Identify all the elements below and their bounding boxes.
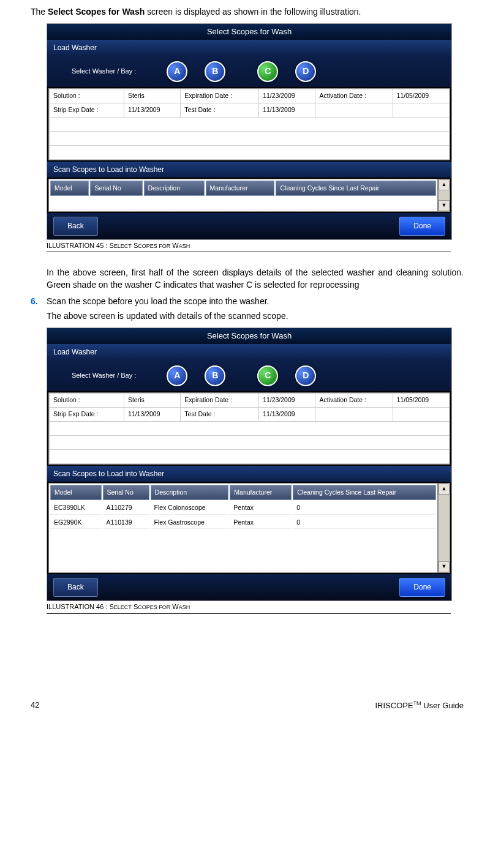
test-label: Test Date :: [181, 103, 259, 117]
col-manufacturer: Manufacturer: [206, 181, 275, 196]
scroll-down-icon[interactable]: ▼: [439, 561, 450, 572]
cell-serial: A110139: [103, 516, 149, 529]
solution-label: Solution :: [50, 89, 124, 103]
bay-a-button[interactable]: A: [167, 61, 187, 82]
scopes-table: Model Serial No Description Manufacturer…: [48, 483, 438, 573]
table-row[interactable]: EC3890LK A110279 Flex Colonoscope Pentax…: [50, 501, 436, 515]
col-cycles: Cleaning Cycles Since Last Repair: [293, 485, 436, 500]
blank-row: [50, 435, 450, 449]
strip-value: 11/13/2009: [124, 407, 180, 421]
strip-label: Strip Exp Date :: [50, 103, 124, 117]
table-row[interactable]: EG2990K A110139 Flex Gastroscope Pentax …: [50, 516, 436, 529]
done-button[interactable]: Done: [399, 578, 445, 597]
solution-value: Steris: [124, 89, 180, 103]
scrollbar[interactable]: ▲ ▼: [438, 179, 450, 212]
blank-row: [50, 421, 450, 435]
scroll-down-icon[interactable]: ▼: [439, 200, 450, 211]
bay-c-button[interactable]: C: [257, 61, 278, 82]
intro-text: The Select Scopes for Wash screen is dis…: [31, 6, 464, 18]
select-bay-label: Select Washer / Bay :: [72, 67, 136, 76]
window-title: Select Scopes for Wash: [47, 328, 451, 344]
bay-selector-row: Select Washer / Bay : A B C D: [47, 56, 451, 87]
bay-b-button[interactable]: B: [205, 365, 225, 386]
bay-d-button[interactable]: D: [295, 365, 316, 386]
scroll-up-icon[interactable]: ▲: [439, 484, 450, 495]
empty-grid: [50, 197, 436, 210]
test-label: Test Date :: [181, 407, 259, 421]
intro-pre: The: [31, 7, 48, 17]
back-button[interactable]: Back: [53, 217, 98, 236]
bay-selector-row: Select Washer / Bay : A B C D: [47, 361, 451, 391]
strip-label: Strip Exp Date :: [50, 407, 124, 421]
button-row: Back Done: [47, 213, 451, 239]
guide-suffix: User Guide: [421, 701, 464, 710]
col-manufacturer: Manufacturer: [230, 485, 292, 500]
step-text-a: Scan the scope before you load the scope…: [47, 296, 464, 308]
back-button[interactable]: Back: [53, 578, 98, 597]
expiration-value: 11/23/2009: [259, 393, 315, 407]
expiration-label: Expiration Date :: [181, 393, 259, 407]
blank-row: [50, 131, 450, 145]
activation-label: Activation Date :: [315, 393, 393, 407]
blank-row: [50, 449, 450, 463]
bay-c-button[interactable]: C: [257, 365, 278, 386]
test-value: 11/13/2009: [259, 407, 315, 421]
page-footer: 42 IRISCOPETM User Guide: [31, 700, 464, 712]
blank-row: [50, 117, 450, 131]
bay-d-button[interactable]: D: [295, 61, 316, 82]
cell-cycles: 0: [293, 501, 436, 515]
step-text-b: The above screen is updated with details…: [47, 310, 464, 323]
washer-info-table: Solution : Steris Expiration Date : 11/2…: [48, 392, 450, 465]
test-value: 11/13/2009: [259, 103, 315, 117]
scopes-table: Model Serial No Description Manufacturer…: [48, 179, 438, 212]
button-row: Back Done: [47, 574, 451, 600]
col-description: Description: [151, 485, 229, 500]
cell-serial: A110279: [103, 501, 149, 515]
guide-title: IRISCOPETM User Guide: [375, 700, 464, 712]
scrollbar[interactable]: ▲ ▼: [438, 483, 450, 573]
bay-a-button[interactable]: A: [167, 365, 187, 386]
window-title: Select Scopes for Wash: [47, 24, 451, 40]
scroll-up-icon[interactable]: ▲: [439, 179, 450, 190]
page-number: 42: [31, 700, 39, 712]
expiration-label: Expiration Date :: [181, 89, 259, 103]
activation-value: 11/05/2009: [393, 393, 449, 407]
cell-manufacturer: Pentax: [230, 501, 292, 515]
col-cycles: Cleaning Cycles Since Last Repair: [276, 181, 436, 196]
cell-description: Flex Gastroscope: [151, 516, 229, 529]
cell-manufacturer: Pentax: [230, 516, 292, 529]
bay-b-button[interactable]: B: [205, 61, 225, 82]
col-serial: Serial No: [103, 485, 149, 500]
blank-cell: [393, 103, 449, 117]
activation-label: Activation Date :: [315, 89, 393, 103]
expiration-value: 11/23/2009: [259, 89, 315, 103]
washer-info-table: Solution : Steris Expiration Date : 11/2…: [48, 88, 450, 160]
col-model: Model: [50, 181, 89, 196]
screenshot-45: Select Scopes for Wash Load Washer Selec…: [47, 23, 452, 240]
caption-45: ILLUSTRATION 45 : SELECT SCOPES FOR WASH: [47, 241, 451, 252]
blank-row: [50, 145, 450, 159]
mid-text: In the above screen, first half of the s…: [47, 267, 464, 291]
solution-value: Steris: [124, 393, 180, 407]
done-button[interactable]: Done: [399, 217, 445, 236]
cell-model: EC3890LK: [50, 501, 102, 515]
screenshot-46: Select Scopes for Wash Load Washer Selec…: [47, 327, 452, 602]
blank-cell: [315, 407, 393, 421]
scan-scopes-header: Scan Scopes to Load into Washer: [47, 162, 451, 178]
intro-bold: Select Scopes for Wash: [48, 7, 145, 17]
scan-scopes-header: Scan Scopes to Load into Washer: [47, 466, 451, 482]
activation-value: 11/05/2009: [393, 89, 449, 103]
col-description: Description: [144, 181, 205, 196]
product-name: IRISCOPE: [375, 701, 413, 710]
load-washer-header: Load Washer: [47, 40, 451, 56]
empty-space: [50, 530, 436, 571]
cell-cycles: 0: [293, 516, 436, 529]
blank-cell: [315, 103, 393, 117]
load-washer-header: Load Washer: [47, 344, 451, 361]
step-number: 6.: [31, 296, 47, 308]
trademark: TM: [413, 700, 421, 706]
strip-value: 11/13/2009: [124, 103, 180, 117]
col-serial: Serial No: [90, 181, 142, 196]
caption-46: ILLUSTRATION 46 : SELECT SCOPES FOR WASH: [47, 602, 451, 613]
cell-description: Flex Colonoscope: [151, 501, 229, 515]
